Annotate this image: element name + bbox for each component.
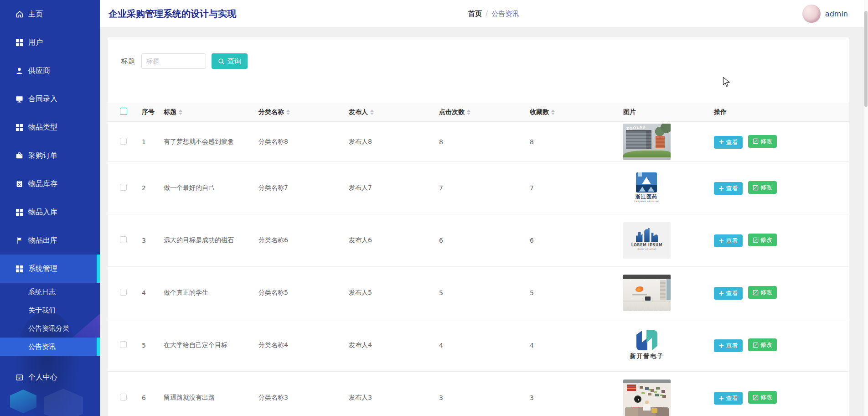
art-fragment bbox=[645, 296, 651, 301]
edit-button[interactable]: 修改 bbox=[748, 234, 777, 246]
topbar: 企业采购管理系统的设计与实现 首页 / 公告资讯 admin bbox=[100, 0, 868, 27]
plus-icon: + bbox=[718, 139, 724, 146]
submenu-item-system-logs[interactable]: 系统日志 bbox=[0, 283, 100, 301]
art-fragment bbox=[632, 294, 647, 296]
sidebar-item-system-management[interactable]: 系统管理 bbox=[0, 255, 100, 283]
cell-category: 分类名称5 bbox=[258, 289, 349, 297]
row-checkbox[interactable] bbox=[120, 341, 127, 348]
view-button[interactable]: +查看 bbox=[714, 182, 743, 195]
sidebar-item-label: 用户 bbox=[28, 38, 43, 47]
search-label: 标题 bbox=[121, 57, 135, 66]
cell-clicks: 7 bbox=[439, 184, 530, 192]
cell-title: 做个真正的学生 bbox=[164, 289, 258, 297]
monitor-icon bbox=[15, 95, 24, 104]
cell-publisher: 发布人7 bbox=[349, 184, 439, 192]
cell-clicks: 8 bbox=[439, 138, 530, 146]
avatar[interactable] bbox=[802, 5, 821, 23]
sidebar-item-item-types[interactable]: 物品类型 bbox=[0, 113, 100, 141]
sidebar-item-label: 主页 bbox=[28, 10, 43, 19]
sort-caret[interactable] bbox=[179, 109, 182, 115]
cell-title: 远大的目标是成功的磁石 bbox=[164, 236, 258, 244]
sort-caret[interactable] bbox=[286, 109, 290, 115]
edit-button[interactable]: 修改 bbox=[748, 286, 777, 299]
art-fragment bbox=[636, 185, 657, 192]
plus-icon: + bbox=[718, 290, 724, 297]
search-button[interactable]: 查询 bbox=[212, 53, 248, 69]
select-all-checkbox[interactable] bbox=[120, 108, 127, 115]
submenu-item-about-us[interactable]: 关于我们 bbox=[0, 301, 100, 319]
row-checkbox[interactable] bbox=[120, 394, 127, 400]
column-header-title: 标题 bbox=[164, 108, 258, 116]
sidebar-item-purchase-orders[interactable]: 采购订单 bbox=[0, 141, 100, 170]
art-fragment bbox=[626, 130, 651, 149]
view-button[interactable]: +查看 bbox=[714, 287, 743, 300]
plus-icon: + bbox=[718, 343, 724, 349]
sidebar-item-users[interactable]: 用户 bbox=[0, 28, 100, 57]
table-row: 1 有了梦想就不会感到疲惫 分类名称8 发布人8 8 8 ZOOLAB bbox=[108, 122, 849, 162]
sidebar-item-personal-center[interactable]: 个人中心 bbox=[0, 363, 100, 391]
cell-actions: +查看 修改 bbox=[714, 234, 849, 247]
row-checkbox[interactable] bbox=[120, 236, 127, 243]
edit-icon bbox=[753, 237, 759, 243]
art-fragment bbox=[636, 286, 643, 292]
sidebar-item-inventory[interactable]: 物品库存 bbox=[0, 170, 100, 198]
cell-no: 6 bbox=[142, 394, 164, 401]
edit-icon bbox=[753, 290, 759, 296]
sidebar-item-suppliers[interactable]: 供应商 bbox=[0, 57, 100, 85]
edit-button[interactable]: 修改 bbox=[748, 391, 777, 404]
scrollbar-thumb[interactable] bbox=[864, 11, 868, 107]
grid-icon bbox=[15, 265, 24, 273]
table-row: 3 远大的目标是成功的磁石 分类名称6 发布人6 6 6 LOREM IPSUM… bbox=[108, 214, 849, 267]
row-checkbox[interactable] bbox=[120, 289, 127, 296]
breadcrumb-home-link[interactable]: 首页 bbox=[468, 10, 482, 18]
cell-actions: +查看 修改 bbox=[714, 391, 849, 405]
row-checkbox[interactable] bbox=[120, 138, 127, 145]
submenu-item-announcement-categories[interactable]: 公告资讯分类 bbox=[0, 319, 100, 338]
page-title: 企业采购管理系统的设计与实现 bbox=[108, 0, 236, 27]
main-panel: 标题 查询 序号 标题 分类名称 发布人 点击次数 收藏数 图片 操作 bbox=[108, 37, 849, 416]
sidebar-item-label: 物品库存 bbox=[28, 179, 57, 189]
view-button[interactable]: +查看 bbox=[714, 392, 743, 405]
cell-favorites: 4 bbox=[530, 342, 623, 349]
cell-title: 在大学给自己定个目标 bbox=[164, 341, 258, 349]
edit-button[interactable]: 修改 bbox=[748, 338, 777, 351]
edit-icon bbox=[753, 395, 759, 400]
sort-caret[interactable] bbox=[551, 109, 555, 115]
row-checkbox[interactable] bbox=[120, 184, 127, 191]
sidebar-item-label: 采购订单 bbox=[28, 151, 57, 161]
cell-publisher: 发布人5 bbox=[349, 289, 439, 297]
sidebar-item-home[interactable]: 主页 bbox=[0, 0, 100, 28]
logo-text: LOREM IPSUM bbox=[623, 243, 671, 247]
sort-caret[interactable] bbox=[467, 109, 470, 115]
sort-caret[interactable] bbox=[370, 109, 374, 115]
art-fragment bbox=[623, 157, 671, 160]
sidebar-item-outbound[interactable]: 物品出库 bbox=[0, 226, 100, 255]
announcement-image-photo-wall bbox=[623, 380, 671, 416]
search-input[interactable] bbox=[141, 53, 206, 69]
cell-actions: +查看 修改 bbox=[714, 181, 849, 195]
edit-button[interactable]: 修改 bbox=[748, 135, 777, 148]
sidebar-item-contract-entry[interactable]: 合同录入 bbox=[0, 85, 100, 113]
user-icon bbox=[15, 67, 24, 75]
sidebar-item-label: 个人中心 bbox=[28, 373, 57, 382]
view-button[interactable]: +查看 bbox=[714, 136, 743, 149]
cell-publisher: 发布人3 bbox=[349, 394, 439, 402]
cell-favorites: 6 bbox=[530, 237, 623, 244]
art-fragment bbox=[634, 395, 641, 403]
edit-button[interactable]: 修改 bbox=[748, 181, 777, 194]
view-button[interactable]: +查看 bbox=[714, 339, 743, 352]
user-menu[interactable]: admin bbox=[802, 0, 848, 27]
cell-no: 1 bbox=[142, 138, 164, 146]
search-bar: 标题 查询 bbox=[121, 53, 849, 69]
sidebar-item-inbound[interactable]: 物品入库 bbox=[0, 198, 100, 226]
view-button[interactable]: +查看 bbox=[714, 234, 743, 247]
cell-title: 做一个最好的自己 bbox=[164, 184, 258, 192]
art-fragment bbox=[623, 151, 671, 157]
plus-icon: + bbox=[718, 185, 724, 192]
column-header-actions: 操作 bbox=[714, 108, 849, 116]
username: admin bbox=[825, 10, 848, 18]
submenu-item-announcements[interactable]: 公告资讯 bbox=[0, 338, 100, 356]
flag-icon bbox=[15, 236, 24, 245]
vertical-scrollbar[interactable] bbox=[864, 0, 868, 416]
breadcrumb-separator: / bbox=[486, 10, 488, 18]
